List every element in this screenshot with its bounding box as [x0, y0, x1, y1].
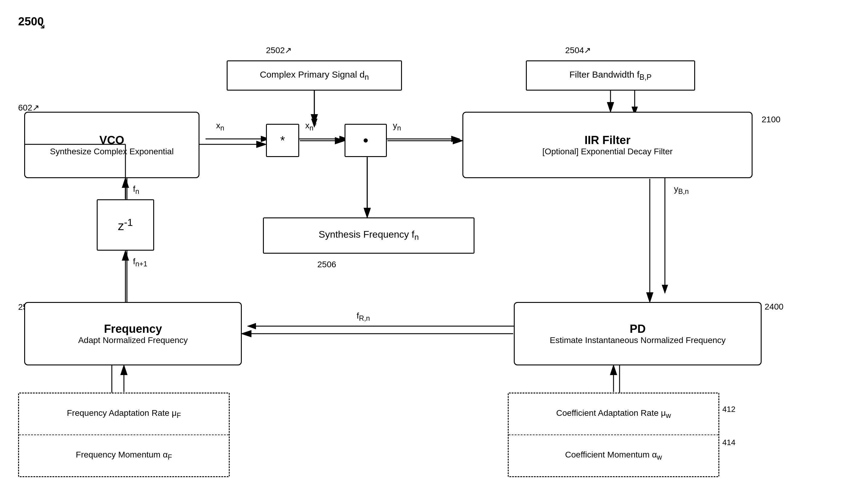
freq-momentum-label: Frequency Momentum αF	[76, 450, 172, 462]
freq-rate-label: Frequency Adaptation Rate μF	[67, 408, 181, 420]
frequency-box: Frequency Adapt Normalized Frequency	[24, 302, 242, 365]
signal-frn: fR,n	[356, 311, 370, 323]
coeff-momentum-label: Coefficient Momentum αw	[565, 450, 662, 462]
signal-fn-top: fn	[133, 184, 139, 196]
synthesis-freq-box: Synthesis Frequency fn	[263, 217, 474, 254]
pd-box: PD Estimate Instantaneous Normalized Fre…	[514, 302, 762, 365]
frequency-subtitle: Adapt Normalized Frequency	[78, 336, 188, 345]
vco-box: VCO Synthesize Complex Exponential	[24, 112, 199, 178]
pd-subtitle: Estimate Instantaneous Normalized Freque…	[550, 336, 726, 345]
label-2100: 2100	[762, 115, 780, 124]
label-602: 602↗	[18, 103, 39, 113]
multiply-dot-box: •	[345, 124, 387, 157]
iir-subtitle: [Optional] Exponential Decay Filter	[542, 147, 673, 157]
multiply-star-box: *	[266, 124, 299, 157]
multiply-star-symbol: *	[280, 134, 285, 147]
filter-bandwidth-box: Filter Bandwidth fB,P	[526, 60, 695, 91]
z-delay-symbol: z-1	[118, 217, 133, 233]
signal-fn1: fn+1	[133, 257, 147, 268]
signal-yn: yn	[393, 121, 401, 132]
complex-signal-label: Complex Primary Signal dn	[260, 70, 369, 82]
coeff-rate-label: Coefficient Adaptation Rate μw	[556, 408, 671, 420]
signal-ybn: yB,n	[674, 184, 689, 196]
pd-title: PD	[630, 323, 646, 336]
multiply-dot-symbol: •	[363, 132, 368, 149]
label-2506: 2506	[317, 260, 336, 269]
signal-xnstar: xn*	[305, 121, 317, 132]
iir-box: IIR Filter [Optional] Exponential Decay …	[463, 112, 753, 178]
coeff-params-box: Coefficient Adaptation Rate μw Coefficie…	[508, 393, 719, 477]
complex-signal-box: Complex Primary Signal dn	[227, 60, 402, 91]
label-412: 412	[722, 404, 735, 414]
vco-title: VCO	[100, 134, 124, 147]
diagram-arrow: ↘	[36, 18, 46, 31]
label-414: 414	[722, 438, 735, 447]
z-delay-box: z-1	[97, 199, 154, 251]
iir-title: IIR Filter	[584, 134, 630, 147]
synthesis-freq-label: Synthesis Frequency fn	[318, 229, 419, 242]
freq-params-box: Frequency Adaptation Rate μF Frequency M…	[18, 393, 230, 477]
signal-xn: xn	[216, 121, 224, 132]
label-2502: 2502↗	[266, 45, 292, 55]
label-2504: 2504↗	[565, 45, 591, 55]
vco-subtitle: Synthesize Complex Exponential	[50, 147, 173, 157]
label-2400: 2400	[765, 302, 783, 312]
frequency-title: Frequency	[104, 323, 162, 336]
filter-bandwidth-label: Filter Bandwidth fB,P	[570, 70, 651, 82]
